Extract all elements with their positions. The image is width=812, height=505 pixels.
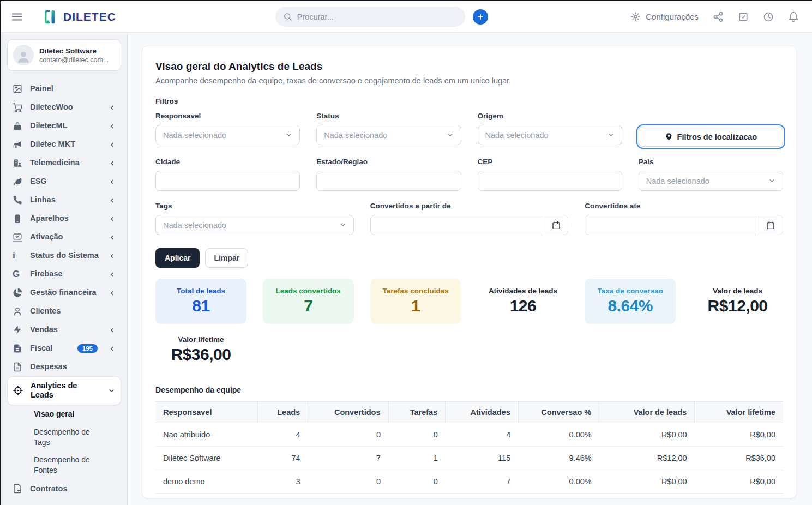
sidebar-item-aparelhos[interactable]: Aparelhos xyxy=(7,209,121,228)
status-label: Status xyxy=(316,112,461,120)
page-title: Visao geral do Analytics de Leads xyxy=(155,61,783,73)
chevron-down-icon xyxy=(768,177,775,184)
apply-button[interactable]: Aplicar xyxy=(155,248,200,268)
main-area: Visao geral do Analytics de Leads Acompa… xyxy=(128,33,812,505)
convertidos-ate-input[interactable] xyxy=(585,215,759,235)
sidebar-item-status-do-sistema[interactable]: i Status do Sistema xyxy=(7,247,121,265)
sidebar-subitem-visao-geral[interactable]: Visao geral xyxy=(7,405,121,423)
clock-icon[interactable] xyxy=(763,11,774,22)
chevron-left-icon xyxy=(109,253,116,260)
sidebar-item-ativacao[interactable]: Ativação xyxy=(7,228,121,247)
chevron-left-icon xyxy=(109,160,116,167)
filters-heading: Filtros xyxy=(155,97,783,105)
chevron-left-icon xyxy=(109,123,116,130)
diletec-logo-icon xyxy=(43,8,58,26)
column-header-conversao: Conversao % xyxy=(518,402,599,423)
column-header-atividades: Atividades xyxy=(446,402,519,423)
tasks-icon[interactable] xyxy=(738,11,749,22)
chevron-left-icon xyxy=(109,234,116,241)
chevron-left-icon xyxy=(109,345,116,352)
cidade-input[interactable] xyxy=(156,171,299,190)
estado-label: Estado/Regiao xyxy=(316,158,461,166)
chevron-down-icon xyxy=(108,387,115,394)
column-header-valor-de-leads: Valor de leads xyxy=(599,402,695,423)
column-header-leads: Leads xyxy=(258,402,308,423)
convertidos-de-label: Convertidos a partir de xyxy=(370,202,569,210)
user-profile-card[interactable]: Diletec Software contato@diletec.com... xyxy=(7,39,121,71)
smartphone-icon xyxy=(13,214,22,224)
table-row: demo demo 3 0 0 7 0.00% R$0,00 R$0,00 xyxy=(155,470,783,494)
pie-chart-icon xyxy=(13,288,22,298)
add-button[interactable] xyxy=(473,9,488,25)
sidebar-item-firebase[interactable]: G Firebase xyxy=(7,265,121,284)
search-icon xyxy=(283,12,292,21)
location-filters-button[interactable]: Filtros de localizacao xyxy=(639,127,783,147)
app-window: DILETEC Configurações xyxy=(0,0,812,505)
sidebar-item-despesas[interactable]: Despesas xyxy=(7,358,121,376)
tags-select[interactable]: Nada selecionado xyxy=(155,215,354,235)
settings-button[interactable]: Configurações xyxy=(630,11,699,22)
plus-icon xyxy=(477,13,484,21)
sidebar-item-fiscal[interactable]: Fiscal 195 xyxy=(7,339,121,358)
sidebar-subitem-desempenho-de-fontes[interactable]: Desempenho de Fontes xyxy=(7,451,121,479)
share-icon[interactable] xyxy=(713,11,724,22)
menu-icon[interactable] xyxy=(11,11,23,23)
column-header-valor-lifetime: Valor lifetime xyxy=(695,402,783,423)
medical-staff-icon xyxy=(13,158,22,168)
google-g-icon: G xyxy=(13,269,22,279)
estado-input[interactable] xyxy=(317,171,460,190)
clear-button[interactable]: Limpar xyxy=(205,248,248,268)
calendar-icon[interactable] xyxy=(544,215,568,235)
chevron-left-icon xyxy=(109,215,116,223)
filter-actions: Aplicar Limpar xyxy=(155,248,783,268)
cep-input[interactable] xyxy=(478,171,622,190)
calendar-icon[interactable] xyxy=(759,215,783,235)
convertidos-de-input[interactable] xyxy=(371,215,544,235)
sidebar-item-gestao-financeira[interactable]: Gestão financeira xyxy=(7,284,121,302)
settings-label: Configurações xyxy=(646,12,699,21)
user-silhouette-icon xyxy=(16,50,31,64)
search-input[interactable] xyxy=(297,13,458,21)
sidebar-item-esg[interactable]: ESG xyxy=(7,172,121,191)
status-select[interactable]: Nada selecionado xyxy=(316,125,461,145)
search-box[interactable] xyxy=(275,7,465,27)
sidebar-item-linhas[interactable]: Linhas xyxy=(7,191,121,209)
tags-label: Tags xyxy=(155,202,354,210)
topbar-actions: Configurações xyxy=(630,11,812,22)
sidebar-item-diletec-mkt[interactable]: Diletec MKT xyxy=(7,135,121,154)
responsavel-label: Responsavel xyxy=(155,112,300,120)
pais-select[interactable]: Nada selecionado xyxy=(639,171,783,191)
sidebar-item-vendas[interactable]: Vendas xyxy=(7,321,121,339)
convertidos-ate-field xyxy=(585,215,783,235)
cidade-label: Cidade xyxy=(155,158,300,166)
sidebar-item-telemedicina[interactable]: Telemedicina xyxy=(7,154,121,172)
page-subtitle: Acompanhe desempenho da equipe, taxas de… xyxy=(155,76,783,85)
stats-grid: Total de leads 81 Leads convertidos 7 Ta… xyxy=(155,279,783,372)
sidebar-subitem-desempenho-de-tags[interactable]: Desempenho de Tags xyxy=(7,423,121,452)
brand-name: DILETEC xyxy=(63,10,116,23)
team-performance-table: Responsavel Leads Convertidos Tarefas At… xyxy=(155,401,783,494)
stat-valor-de-leads: Valor de leads R$12,00 xyxy=(692,279,783,324)
filters-grid: Responsavel Nada selecionado Status Nada… xyxy=(155,112,783,191)
origem-select[interactable]: Nada selecionado xyxy=(478,125,622,145)
stat-tarefas-concluidas: Tarefas concluidas 1 xyxy=(370,279,461,324)
responsavel-select[interactable]: Nada selecionado xyxy=(155,125,300,145)
sidebar-item-painel[interactable]: Painel xyxy=(7,80,121,98)
map-pin-icon xyxy=(665,133,673,141)
sidebar-item-contratos[interactable]: Contratos xyxy=(7,479,121,498)
sidebar-nav: Painel DiletecWoo DiletecML Diletec MKT xyxy=(7,80,121,498)
sidebar-item-diletecwoo[interactable]: DiletecWoo xyxy=(7,98,121,117)
sidebar-item-clientes[interactable]: Clientes xyxy=(7,302,121,321)
inbox-check-icon xyxy=(13,232,22,242)
analytics-card: Visao geral do Analytics de Leads Acompa… xyxy=(142,46,797,498)
info-icon: i xyxy=(13,251,22,261)
origem-label: Origem xyxy=(478,112,622,120)
sidebar-item-diletecml[interactable]: DiletecML xyxy=(7,117,121,135)
sidebar-item-analytics-de-leads[interactable]: Analytics de Leads xyxy=(7,376,121,405)
column-header-tarefas: Tarefas xyxy=(388,402,446,423)
chevron-left-icon xyxy=(109,197,116,204)
phone-icon xyxy=(13,195,22,205)
chevron-left-icon xyxy=(109,327,116,334)
handbag-icon xyxy=(13,121,22,131)
bell-icon[interactable] xyxy=(788,11,799,22)
